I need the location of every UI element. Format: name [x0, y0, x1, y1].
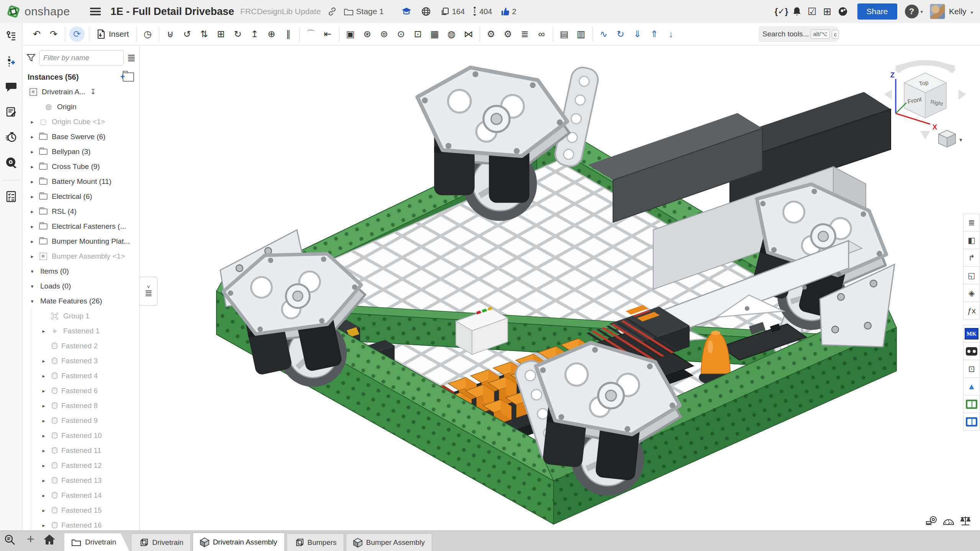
tree-row[interactable]: ▸Fastened 15 [22, 503, 139, 518]
bom-icon[interactable]: ▤ [556, 26, 573, 43]
tree-row[interactable]: ▸Bumper Assembly <1> [22, 249, 139, 264]
chevron-right-icon[interactable]: ▸ [28, 194, 37, 200]
chevron-right-icon[interactable]: ▸ [28, 223, 37, 230]
tree-row[interactable]: ▸Fastened 3 [22, 353, 139, 368]
tree-row[interactable]: ▸Fastened 11 [22, 443, 139, 458]
replicate-icon[interactable]: ⊡ [410, 26, 426, 43]
robot-assistant-app-icon[interactable] [963, 343, 980, 360]
versions-icon[interactable] [3, 53, 20, 70]
tab-drivetrain[interactable]: Drivetrain [64, 533, 129, 551]
home-tab-icon[interactable] [43, 533, 56, 546]
chevron-right-icon[interactable]: ▸ [39, 477, 48, 484]
history-icon[interactable] [3, 129, 20, 146]
chevron-right-icon[interactable]: ▸ [39, 388, 48, 394]
tree-row[interactable]: ▸Fastened 1 [22, 323, 139, 338]
rack-pinion-relation-icon[interactable]: ⚙ [500, 26, 516, 43]
tree-row[interactable]: ▸Fastened 9 [22, 413, 139, 428]
chevron-down-icon[interactable]: ▾ [28, 298, 37, 304]
tasks-checklist-icon[interactable]: ☑ [805, 4, 820, 19]
tree-row[interactable]: Drivetrain A...↧ [22, 84, 139, 99]
featurescript-icon[interactable]: {✓} [774, 4, 789, 19]
protractor-icon[interactable] [940, 513, 957, 528]
share-button[interactable]: Share [857, 3, 897, 20]
filter-icon[interactable] [26, 53, 36, 62]
group-icon[interactable]: ▣ [342, 26, 359, 43]
tree-row[interactable]: Fastened 2 [22, 338, 139, 353]
gear-relation-icon[interactable]: ⚙ [483, 26, 500, 43]
tab-bumper-assembly[interactable]: Bumper Assembly [346, 533, 432, 551]
explode-view-icon[interactable]: ↓ [663, 26, 680, 43]
chevron-right-icon[interactable]: ▸ [39, 403, 48, 409]
variables-panel-icon[interactable]: ƒx [963, 302, 980, 320]
tape-measure-icon[interactable] [923, 513, 940, 528]
help-button[interactable]: ? [905, 5, 919, 18]
mirror-icon[interactable]: ⋈ [460, 26, 477, 43]
chevron-right-icon[interactable]: ▸ [39, 462, 48, 469]
chevron-right-icon[interactable]: ▸ [39, 507, 48, 513]
tab-drivetrain-assembly[interactable]: Drivetrain Assembly [193, 533, 285, 551]
planar-mate-icon[interactable]: ⊞ [213, 26, 229, 43]
rack-relation-icon[interactable]: ≣ [516, 26, 533, 43]
chevron-right-icon[interactable]: ▸ [28, 253, 37, 259]
tab-bumpers[interactable]: Bumpers [287, 533, 344, 551]
undo-icon[interactable]: ↶ [28, 26, 45, 43]
help-caret-icon[interactable]: ▾ [921, 9, 923, 15]
mkcad-app-icon[interactable]: MK [963, 325, 980, 343]
tree-row[interactable]: Origin [22, 99, 139, 114]
ball-mate-icon[interactable]: ⊕ [263, 26, 280, 43]
circular-pattern-icon[interactable]: ◍ [443, 26, 460, 43]
search-tools-field[interactable]: Search tools... alt/⌥ c [759, 26, 837, 42]
tab-drivetrain[interactable]: Drivetrain [131, 533, 190, 551]
tangent-mate-icon[interactable]: ⌒ [303, 26, 320, 43]
copies-count[interactable]: 164 [441, 7, 465, 16]
mate-icon[interactable]: ◷ [139, 26, 156, 43]
tree-row[interactable]: ▸Fastened 16 [22, 518, 139, 531]
tree-row[interactable]: ▸Bellypan (3) [22, 144, 139, 159]
chevron-down-icon[interactable]: ▾ [28, 268, 37, 274]
ai-advisor-icon[interactable] [835, 4, 851, 19]
cad-export-app-icon[interactable]: ⊡ [963, 360, 980, 378]
tree-row[interactable]: ▸Battery Mount (11) [22, 174, 139, 189]
apps-grid-icon[interactable]: ⊞ [820, 4, 835, 19]
notes-icon[interactable] [3, 103, 20, 120]
named-positions-icon[interactable]: ⊙ [393, 26, 410, 43]
onshape-logo-icon[interactable] [6, 4, 21, 19]
mass-properties-icon[interactable] [957, 513, 974, 528]
user-avatar[interactable] [930, 4, 945, 19]
update-linked-document-icon[interactable]: ⟳ [69, 26, 85, 42]
chevron-right-icon[interactable]: ▸ [39, 522, 48, 528]
view-options-cube-icon[interactable]: ▾ [939, 130, 962, 147]
document-title[interactable]: 1E - Full Detail Drivebase [111, 6, 234, 18]
breadcrumb-location[interactable]: Stage 1 [356, 7, 383, 16]
appearance-icon[interactable]: ◈ [963, 284, 980, 302]
user-menu[interactable]: Kelly ▾ [949, 7, 973, 16]
chevron-down-icon[interactable]: ▾ [28, 283, 37, 289]
new-tab-button[interactable]: + [24, 531, 38, 546]
parallel-mate-icon[interactable]: ∥ [280, 26, 297, 43]
tree-row[interactable]: ▸Fastened 8 [22, 398, 139, 413]
fastened-mate-icon[interactable]: ⊎ [162, 26, 179, 43]
spin-view-icon[interactable]: ↻ [612, 26, 629, 43]
tree-row[interactable]: ▸Fastened 6 [22, 383, 139, 398]
main-menu-icon[interactable] [90, 6, 101, 17]
implicit-mate-connector-icon[interactable]: ⊚ [376, 26, 393, 43]
tree-row[interactable]: ▸Bumper Mounting Plat... [22, 234, 139, 249]
chevron-right-icon[interactable]: ▸ [28, 179, 37, 185]
checklist-icon[interactable] [3, 188, 20, 205]
list-view-icon[interactable]: ≣ [127, 52, 136, 64]
tree-row[interactable]: ▾Items (0) [22, 264, 139, 279]
tab-search-icon[interactable] [4, 534, 16, 546]
comments-icon[interactable] [3, 78, 20, 95]
chevron-right-icon[interactable]: ▸ [28, 208, 37, 215]
revolute-mate-icon[interactable]: ↺ [179, 26, 196, 43]
chevron-right-icon[interactable]: ▸ [28, 164, 37, 170]
tree-row[interactable]: ▾Loads (0) [22, 279, 139, 294]
robot-drivebase-model[interactable] [140, 46, 980, 531]
tree-row[interactable]: Group 1 [22, 308, 139, 323]
alpine-app-icon[interactable]: ▲ [963, 378, 980, 395]
search-gear-icon[interactable] [3, 154, 20, 171]
mate-connector-icon[interactable]: ⊛ [359, 26, 376, 43]
filter-input[interactable] [39, 50, 124, 66]
animate-icon[interactable]: ∿ [595, 26, 612, 43]
notifications-bell-icon[interactable] [789, 4, 805, 19]
